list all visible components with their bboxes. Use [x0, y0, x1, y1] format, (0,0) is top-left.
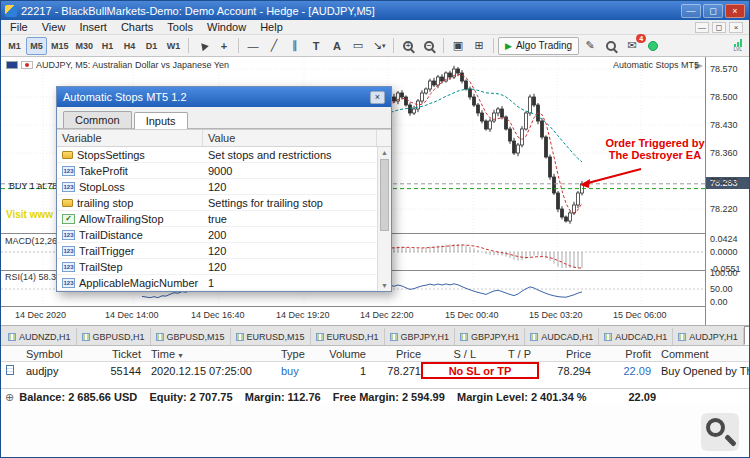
menu-item-view[interactable]: View: [35, 20, 73, 35]
arrows-tool-button[interactable]: ↘▾: [369, 37, 389, 55]
magnifier-icon[interactable]: [701, 413, 739, 451]
trade-column-1-ticket[interactable]: Ticket: [91, 348, 146, 360]
zoom-in-button[interactable]: +: [398, 37, 418, 55]
trade-column-3-type[interactable]: Type: [276, 348, 321, 360]
connection-level-indicator[interactable]: LVL: [733, 39, 742, 52]
param-row-allowtrailingstop[interactable]: ✓AllowTrailingStoptrue: [57, 211, 377, 227]
chart-tab-label: EURUSD,H1: [327, 332, 379, 342]
param-row-trailstep[interactable]: 123TrailStep120: [57, 259, 377, 275]
menu-item-charts[interactable]: Charts: [114, 20, 160, 35]
shapes-tool-button[interactable]: ▭: [348, 37, 368, 55]
menu-item-tools[interactable]: Tools: [160, 20, 200, 35]
label-tool-button[interactable]: A: [327, 37, 347, 55]
timeframe-m15[interactable]: M15: [48, 37, 72, 55]
param-row-traildistance[interactable]: 123TrailDistance200: [57, 227, 377, 243]
chart-restore-button[interactable]: ◻: [712, 22, 726, 33]
param-row-trailing-stop[interactable]: trailing stopSettings for trailing stop: [57, 195, 377, 211]
price-scale-label: 78.290: [710, 176, 738, 186]
chart-tab-6-gbpjpy-h1[interactable]: GBPJPY,H1: [455, 328, 525, 345]
profile-button[interactable]: [643, 37, 663, 55]
notifications-button[interactable]: ✉ 4: [622, 37, 642, 55]
chart-tab-0-audnzd-h1[interactable]: AUDNZD,H1: [3, 328, 77, 345]
chart-edit-button[interactable]: ✎: [580, 37, 600, 55]
dialog-scrollbar[interactable]: ▲ ▼: [377, 147, 391, 291]
trade-column-5-price[interactable]: Price: [371, 348, 426, 360]
timeframe-h4[interactable]: H4: [119, 37, 140, 55]
rsi-scale-label: 50.00: [710, 284, 733, 294]
trade-column-9-profit[interactable]: Profit: [596, 348, 656, 360]
restore-button[interactable]: ◻: [703, 4, 723, 18]
chart-tab-4-eurusd-h1[interactable]: EURUSD,H1: [311, 328, 385, 345]
dialog-column-variable[interactable]: Variable: [57, 130, 203, 146]
trade-column-10-comment[interactable]: Comment: [656, 348, 750, 360]
text-tool-button[interactable]: T: [306, 37, 326, 55]
time-axis[interactable]: 14 Dec 202014 Dec 14:0014 Dec 16:4014 De…: [1, 308, 705, 325]
price-scale[interactable]: 78.283 78.57078.50078.43078.36078.29078.…: [705, 57, 750, 325]
chart-annotation: Order Triggered by The Destroyer EA: [589, 137, 721, 161]
param-row-applicablemagicnumber[interactable]: 123ApplicableMagicNumber1: [57, 275, 377, 291]
dialog-title-bar[interactable]: Automatic Stops MT5 1.2 ×: [57, 87, 391, 107]
param-variable: StopsSettings: [57, 149, 203, 161]
trade-column-7-t-p[interactable]: T / P: [481, 348, 536, 360]
trade-column-8-price[interactable]: Price: [536, 348, 596, 360]
cursor-tool-button[interactable]: [193, 37, 213, 55]
scroll-up-icon[interactable]: ▲: [378, 147, 391, 158]
chart-minimize-button[interactable]: —: [695, 22, 709, 33]
chart-close-button[interactable]: ×: [729, 22, 743, 33]
trade-column-6-s-l[interactable]: S / L: [426, 348, 481, 360]
param-row-stoploss[interactable]: 123StopLoss120: [57, 179, 377, 195]
mini-chart-icon: [530, 333, 538, 341]
toolbar-separator: [188, 38, 189, 53]
chart-tab-10-audjpy-m5[interactable]: AUDJPY,M5: [744, 326, 750, 345]
trade-column-2-time[interactable]: Time ▼: [146, 348, 276, 360]
minimize-button[interactable]: —: [681, 4, 701, 18]
scroll-down-icon[interactable]: ▼: [378, 280, 391, 291]
timeframe-h1[interactable]: H1: [97, 37, 118, 55]
timeframe-w1[interactable]: W1: [163, 37, 184, 55]
menu-item-help[interactable]: Help: [253, 20, 290, 35]
algo-trading-button[interactable]: ▶ Algo Trading: [498, 37, 579, 55]
trade-row[interactable]: audjpy551442020.12.15 07:25:00buy178.271…: [1, 362, 750, 379]
rectangle-icon: ▭: [353, 39, 363, 52]
trendline-tool-button[interactable]: ╱: [264, 37, 284, 55]
macd-scale-label: 0.0000: [710, 247, 738, 257]
chart-tab-8-audcad-h1[interactable]: AUDCAD,H1: [599, 328, 673, 345]
timeframe-d1[interactable]: D1: [141, 37, 162, 55]
channel-tool-button[interactable]: ∥: [285, 37, 305, 55]
chart-tab-2-gbpusd-m15[interactable]: GBPUSD,M15: [151, 328, 231, 345]
dialog-tab-common[interactable]: Common: [63, 111, 132, 128]
chart-tab-1-gbpusd-h1[interactable]: GBPUSD,H1: [77, 328, 151, 345]
chart-tab-5-gbpjpy-h1[interactable]: GBPJPY,H1: [385, 328, 455, 345]
chart-tab-9-audjpy-h1[interactable]: AUDJPY,H1: [673, 328, 743, 345]
param-row-stopssettings[interactable]: StopsSettingsSet stops and restrictions: [57, 147, 377, 163]
tile-windows-button[interactable]: ⊞: [469, 37, 489, 55]
param-value: Set stops and restrictions: [203, 149, 377, 161]
trade-column-0-symbol[interactable]: Symbol: [21, 348, 91, 360]
dialog-tab-inputs[interactable]: Inputs: [134, 112, 188, 129]
param-row-takeprofit[interactable]: 123TakeProfit9000: [57, 163, 377, 179]
param-value: 9000: [203, 165, 377, 177]
dialog-column-value[interactable]: Value: [203, 130, 377, 146]
hline-tool-button[interactable]: —: [243, 37, 263, 55]
new-chart-button[interactable]: ▣: [448, 37, 468, 55]
annotation-line1: Order Triggered by: [589, 137, 721, 149]
tile-windows-icon: ⊞: [474, 39, 483, 52]
panel-divider[interactable]: [1, 306, 750, 307]
scrollbar-thumb[interactable]: [380, 159, 389, 231]
timeframe-m5[interactable]: M5: [26, 37, 47, 55]
trade-column-4-volume[interactable]: Volume: [321, 348, 371, 360]
menu-item-file[interactable]: File: [3, 20, 35, 35]
crosshair-tool-button[interactable]: +: [214, 37, 234, 55]
dialog-close-button[interactable]: ×: [370, 91, 385, 104]
chart-tab-7-audcad-h1[interactable]: AUDCAD,H1: [525, 328, 599, 345]
chart-tab-3-eurusd-m15[interactable]: EURUSD,M15: [231, 328, 311, 345]
param-row-trailtrigger[interactable]: 123TrailTrigger120: [57, 243, 377, 259]
zoom-out-button[interactable]: −: [419, 37, 439, 55]
menu-item-window[interactable]: Window: [200, 20, 253, 35]
close-button[interactable]: ×: [725, 4, 745, 18]
timeframe-m1[interactable]: M1: [4, 37, 25, 55]
timeframe-m30[interactable]: M30: [73, 37, 97, 55]
level-label: LVL: [733, 47, 742, 52]
menu-item-insert[interactable]: Insert: [72, 20, 114, 35]
search-button[interactable]: [601, 37, 621, 55]
